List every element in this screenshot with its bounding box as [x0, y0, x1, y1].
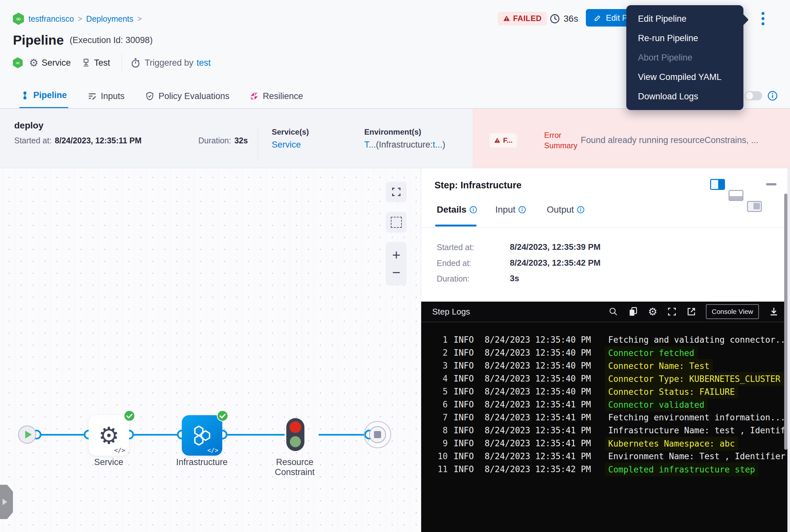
node-resource-constraint[interactable] — [286, 418, 304, 451]
services-header: Service(s) — [272, 128, 309, 136]
tab-output-label: Output — [547, 205, 574, 215]
tab-pipeline[interactable]: Pipeline — [19, 83, 68, 109]
layout-floating-button[interactable] — [747, 201, 762, 212]
success-badge-icon — [217, 410, 228, 422]
meta-environment-label[interactable]: Test — [94, 58, 110, 68]
tab-inputs-label: Inputs — [101, 91, 125, 101]
clock-icon — [549, 13, 560, 24]
chevron-right-icon — [3, 499, 7, 505]
stage-started: Started at: 8/24/2023, 12:35:11 PM — [14, 136, 142, 145]
pipeline-meta-row: ∞ ⚙ Service Test Triggered by test — [13, 54, 211, 71]
tab-output[interactable]: Output — [547, 205, 584, 215]
node-service[interactable]: ⚙ </> — [89, 415, 129, 456]
breadcrumb-deployments[interactable]: Deployments — [86, 14, 133, 24]
console-view-button[interactable]: Console View — [706, 304, 759, 319]
log-settings-icon[interactable]: ⚙ — [648, 306, 657, 317]
node-infrastructure[interactable]: </> — [182, 415, 222, 456]
status-badge: FAILED — [498, 12, 547, 25]
stage-started-label: Started at: — [14, 136, 52, 145]
log-line: 8INFO8/24/2023 12:35:41 PMInfrastructure… — [421, 424, 790, 437]
info-icon — [518, 206, 526, 213]
environments-header: Environment(s) — [364, 128, 421, 136]
menu-item-view-compiled-yaml[interactable]: View Compiled YAML — [626, 67, 744, 87]
start-node[interactable] — [18, 425, 36, 444]
stage-name[interactable]: deploy — [14, 120, 43, 131]
log-line: 6INFO8/24/2023 12:35:41 PMConnector vali… — [421, 398, 790, 411]
breadcrumb: ∞ testfrancisco > Deployments > — [13, 12, 146, 26]
breadcrumb-project[interactable]: testfrancisco — [28, 14, 74, 24]
kebab-menu-icon[interactable] — [759, 10, 767, 28]
triggered-by-value[interactable]: test — [197, 58, 211, 68]
zoom-out-button[interactable]: − — [386, 265, 407, 280]
page-title: Pipeline — [13, 33, 64, 48]
node-infrastructure-label: Infrastructure — [163, 457, 241, 467]
started-at-value: 8/24/2023, 12:35:39 PM — [510, 242, 600, 252]
menu-item-rerun-pipeline[interactable]: Re-run Pipeline — [626, 28, 744, 48]
log-line: 2INFO8/24/2023 12:35:40 PMConnector fetc… — [421, 346, 790, 359]
menu-item-edit-pipeline[interactable]: Edit Pipeline — [626, 9, 744, 28]
zoom-in-button[interactable]: + — [386, 248, 407, 262]
layout-bottom-button[interactable] — [729, 190, 744, 201]
copy-icon[interactable] — [628, 306, 638, 317]
menu-item-download-logs[interactable]: Download Logs — [626, 87, 744, 106]
canvas-fullscreen-button[interactable] — [386, 182, 407, 202]
step-panel-title: Step: Infrastructure — [435, 180, 521, 191]
tab-inputs[interactable]: Inputs — [86, 83, 126, 109]
meta-divider — [122, 54, 122, 72]
environment-close-paren: ) — [443, 140, 445, 150]
meta-service-label[interactable]: Service — [42, 58, 71, 68]
info-icon — [469, 206, 477, 213]
main-tabs: Pipeline Inputs Policy Evaluations — [19, 83, 304, 109]
search-icon[interactable] — [609, 307, 618, 317]
gear-icon: ⚙ — [98, 422, 119, 449]
step-logs-bar: Step Logs ⚙ Console View — [421, 302, 790, 322]
active-tab-underline — [435, 225, 477, 227]
stage-started-value: 8/24/2023, 12:35:11 PM — [55, 136, 141, 145]
warning-icon — [494, 137, 500, 144]
ended-at-value: 8/24/2023, 12:35:42 PM — [510, 258, 600, 268]
environment-infra-link[interactable]: t... — [433, 140, 443, 150]
breadcrumb-sep-icon: > — [78, 14, 82, 23]
pipeline-graph-canvas[interactable]: ⚙ </> Service </> Infrastructure — [0, 168, 421, 532]
breadcrumb-sep-icon: > — [137, 14, 142, 23]
open-external-icon[interactable] — [687, 307, 696, 317]
tab-resilience[interactable]: Resilience — [249, 83, 304, 109]
end-node[interactable] — [369, 426, 386, 443]
shield-check-icon — [145, 92, 154, 101]
hexagons-icon — [192, 425, 213, 445]
tab-policy-evaluations-label: Policy Evaluations — [158, 91, 229, 101]
fullscreen-icon[interactable] — [667, 307, 677, 317]
tab-policy-evaluations[interactable]: Policy Evaluations — [144, 83, 231, 109]
stage-divider — [258, 127, 258, 160]
log-line: 7INFO8/24/2023 12:35:41 PMFetching envir… — [421, 411, 790, 424]
stopwatch-icon — [130, 58, 141, 68]
tab-resilience-label: Resilience — [263, 91, 303, 101]
info-icon[interactable] — [767, 91, 778, 101]
layout-fill — [718, 180, 724, 189]
tab-input[interactable]: Input — [495, 205, 526, 215]
download-icon[interactable] — [769, 306, 779, 317]
environment-link[interactable]: T... — [364, 140, 376, 150]
pencil-icon — [594, 14, 602, 22]
error-summary-message[interactable]: Found already running resourceConstrains… — [581, 135, 758, 145]
canvas-select-button[interactable] — [386, 212, 407, 233]
resilience-icon — [250, 92, 258, 100]
environment-value[interactable]: T...(Infrastructure:t...) — [364, 140, 445, 150]
step-logs-title: Step Logs — [432, 307, 470, 317]
stage-duration: Duration: 32s — [198, 136, 248, 145]
layout-fill — [730, 196, 743, 200]
collapse-panel-button[interactable] — [766, 183, 776, 186]
step-logs-console[interactable]: 1INFO8/24/2023 12:35:40 PMFetching and v… — [421, 322, 790, 532]
panel-scrollbar-track[interactable] — [787, 168, 790, 532]
layout-fill — [753, 203, 760, 209]
service-link[interactable]: Service — [272, 140, 301, 150]
layout-right-split-button[interactable] — [710, 179, 725, 190]
menu-item-abort-pipeline: Abort Pipeline — [626, 48, 744, 67]
tab-details[interactable]: Details — [437, 205, 477, 215]
duration-label: Duration: — [437, 274, 469, 284]
warning-icon — [503, 15, 510, 22]
expand-panel-handle[interactable] — [0, 485, 13, 519]
tab-details-label: Details — [437, 205, 466, 215]
debug-toggle[interactable] — [745, 91, 762, 100]
panel-scrollbar-thumb[interactable] — [784, 193, 787, 450]
